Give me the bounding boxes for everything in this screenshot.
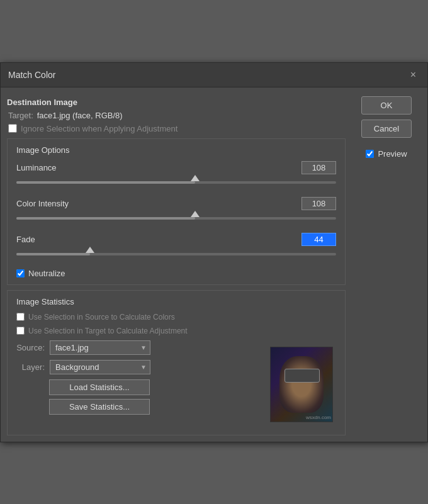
source-dropdown-wrapper: face1.jpg None ▼ <box>50 340 150 355</box>
color-intensity-top: Color Intensity <box>16 197 336 210</box>
thumbnail-area: wsxdn.com <box>267 340 336 428</box>
fade-row: Fade <box>16 233 336 260</box>
ignore-selection-label: Ignore Selection when Applying Adjustmen… <box>21 124 177 133</box>
source-dropdown[interactable]: face1.jpg None <box>50 340 150 355</box>
cancel-button[interactable]: Cancel <box>361 120 412 138</box>
fade-slider-fill <box>16 253 90 255</box>
dialog-main-content: Destination Image Target: face1.jpg (fac… <box>1 87 427 442</box>
fade-slider-thumb[interactable] <box>86 247 94 253</box>
dialog-title: Match Color <box>8 70 55 80</box>
ok-button[interactable]: OK <box>361 96 412 115</box>
color-intensity-row: Color Intensity <box>16 197 336 224</box>
layer-dropdown-wrapper: Background Layer 1 ▼ <box>50 360 150 374</box>
preview-row: Preview <box>366 149 407 159</box>
watermark: wsxdn.com <box>306 415 331 420</box>
save-statistics-button[interactable]: Save Statistics... <box>49 399 150 415</box>
image-options-section: Image Options Luminance <box>7 138 346 285</box>
source-row: Source: face1.jpg None ▼ <box>16 340 261 355</box>
use-selection-source-label: Use Selection in Source to Calculate Col… <box>28 313 175 322</box>
fade-input[interactable] <box>301 233 336 246</box>
luminance-slider-thumb[interactable] <box>191 175 200 181</box>
layer-dropdown[interactable]: Background Layer 1 <box>50 360 150 374</box>
destination-title: Destination Image <box>7 98 346 107</box>
neutralize-row: Neutralize <box>16 269 336 278</box>
luminance-slider-bg <box>16 181 336 184</box>
close-button[interactable]: × <box>407 68 420 82</box>
target-label: Target: <box>8 111 33 120</box>
source-layer-fields: Source: face1.jpg None ▼ Layer: <box>16 340 261 428</box>
destination-section: Destination Image Target: face1.jpg (fac… <box>7 94 346 133</box>
color-intensity-slider-track[interactable] <box>16 213 336 224</box>
neutralize-label: Neutralize <box>28 269 65 278</box>
thumbnail-container: wsxdn.com <box>270 347 333 422</box>
image-statistics-title: Image Statistics <box>16 297 336 306</box>
preview-checkbox[interactable] <box>366 150 374 158</box>
ignore-selection-row: Ignore Selection when Applying Adjustmen… <box>7 124 346 133</box>
fade-top: Fade <box>16 233 336 246</box>
color-intensity-slider-bg <box>16 217 336 220</box>
color-intensity-label: Color Intensity <box>16 199 69 208</box>
color-intensity-input[interactable] <box>301 197 336 210</box>
use-selection-target-row: Use Selection in Target to Calculate Adj… <box>16 327 336 335</box>
load-statistics-button[interactable]: Load Statistics... <box>49 379 150 395</box>
neutralize-checkbox[interactable] <box>16 269 25 277</box>
layer-row: Layer: Background Layer 1 ▼ <box>16 360 261 374</box>
color-intensity-slider-thumb[interactable] <box>191 211 200 217</box>
use-selection-target-checkbox[interactable] <box>16 327 25 335</box>
use-selection-source-row: Use Selection in Source to Calculate Col… <box>16 313 336 322</box>
fade-label: Fade <box>16 235 35 244</box>
image-options-title: Image Options <box>16 145 336 155</box>
luminance-top: Luminance <box>16 161 336 174</box>
luminance-row: Luminance <box>16 161 336 188</box>
target-value: face1.jpg (face, RGB/8) <box>37 111 123 120</box>
image-statistics-section: Image Statistics Use Selection in Source… <box>7 290 346 435</box>
ignore-selection-checkbox[interactable] <box>8 124 17 133</box>
target-row: Target: face1.jpg (face, RGB/8) <box>7 111 346 120</box>
source-label: Source: <box>16 343 45 352</box>
thumbnail-image: wsxdn.com <box>271 347 332 422</box>
stats-buttons: Load Statistics... Save Statistics... <box>16 379 261 415</box>
match-color-dialog: Match Color × Destination Image Target: … <box>0 62 428 442</box>
face-thumbnail <box>279 356 324 413</box>
luminance-label: Luminance <box>16 163 57 172</box>
luminance-input[interactable] <box>301 161 336 174</box>
layer-label: Layer: <box>16 362 45 372</box>
title-bar: Match Color × <box>1 63 427 87</box>
use-selection-target-label: Use Selection in Target to Calculate Adj… <box>28 327 188 335</box>
left-panel: Destination Image Target: face1.jpg (fac… <box>7 94 346 435</box>
luminance-slider-fill <box>16 181 195 184</box>
fade-slider-bg <box>16 253 336 255</box>
preview-label: Preview <box>378 149 407 159</box>
right-panel: OK Cancel Preview <box>352 94 421 435</box>
use-selection-source-checkbox[interactable] <box>16 313 25 321</box>
source-layer-container: Source: face1.jpg None ▼ Layer: <box>16 340 336 428</box>
color-intensity-slider-fill <box>16 217 195 220</box>
luminance-slider-track[interactable] <box>16 177 336 188</box>
fade-slider-track[interactable] <box>16 249 336 260</box>
